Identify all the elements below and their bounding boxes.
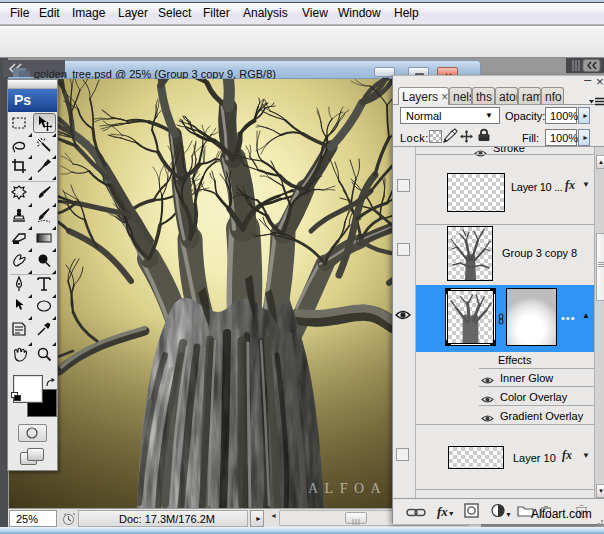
svg-text:ALFOA: ALFOA <box>308 481 387 496</box>
